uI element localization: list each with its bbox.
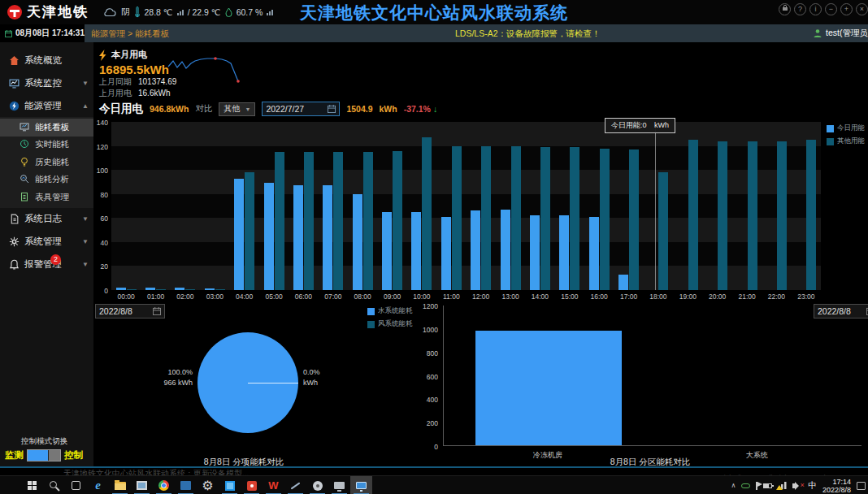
bar-group-14:00[interactable] — [525, 122, 554, 290]
tooltip-text: 今日用能:0 — [611, 121, 647, 129]
tray-expand-icon[interactable]: ∧ — [731, 482, 736, 489]
taskbar-clock[interactable]: 17:14 2022/8/8 — [822, 478, 851, 494]
photos-glyph — [225, 481, 235, 491]
volume-muted-icon[interactable] — [792, 483, 796, 488]
bar-其他用能 — [393, 151, 402, 291]
start-button-icon[interactable] — [21, 476, 43, 494]
bar-group-13:00[interactable] — [496, 122, 525, 290]
bar-group-03:00[interactable] — [200, 122, 229, 290]
bar-group-06:00[interactable] — [289, 122, 318, 290]
sidebar-subitem-实时能耗[interactable]: 实时能耗 — [0, 136, 93, 154]
device-alert[interactable]: LDS/LS-A2：设备故障报警，请检查！ — [455, 24, 601, 42]
bar-group-08:00[interactable] — [348, 122, 377, 290]
battery-icon[interactable] — [763, 483, 772, 488]
zone-date-input[interactable]: 2022/8/8 — [814, 304, 868, 318]
bar-group-09:00[interactable] — [377, 122, 406, 290]
draw-app-icon[interactable] — [284, 476, 306, 494]
bar-group-18:00[interactable] — [644, 122, 673, 290]
chrome-browser-icon[interactable] — [153, 476, 175, 494]
settings-app-icon[interactable]: ⚙ — [197, 476, 219, 494]
task-view-button-icon[interactable] — [65, 476, 87, 494]
photos-app-icon[interactable] — [219, 476, 241, 494]
bar-group-23:00[interactable] — [792, 122, 821, 290]
help-icon[interactable]: ? — [794, 3, 806, 15]
compare-select[interactable]: 其他 ▼ — [219, 102, 255, 116]
info-icon[interactable]: i — [809, 3, 822, 15]
bar-group-07:00[interactable] — [319, 122, 348, 290]
compare-usage-value: 1504.9 — [346, 104, 372, 114]
sidebar-subitem-label: 能耗看板 — [35, 122, 69, 133]
blue-app-icon[interactable] — [175, 476, 197, 494]
breadcrumb[interactable]: 能源管理 > 能耗看板 — [91, 24, 169, 42]
x-tick-label: 14:00 — [525, 292, 554, 301]
x-tick-label: 13:00 — [496, 292, 525, 301]
bar-group-00:00[interactable] — [111, 122, 141, 290]
sidebar-item-系统概览[interactable]: 系统概览 — [0, 49, 93, 72]
bar-group-12:00[interactable] — [467, 122, 496, 290]
sidebar-subitem-能耗看板[interactable]: 能耗看板 — [0, 119, 93, 136]
bar-其他用能 — [777, 141, 787, 290]
disc-app-icon[interactable] — [306, 476, 328, 494]
sidebar-subitem-历史能耗[interactable]: 历史能耗 — [0, 154, 93, 171]
bar-今日用能 — [293, 185, 303, 290]
pc-app-icon[interactable] — [328, 476, 350, 494]
subheader-bar: 08月08日 17:14:31 能源管理 > 能耗看板 LDS/LS-A2：设备… — [0, 24, 868, 42]
bar-group-16:00[interactable] — [584, 122, 614, 290]
clock-time: 17:14 — [822, 478, 851, 486]
bar-group-15:00[interactable] — [555, 122, 584, 290]
bar-group-05:00[interactable] — [259, 122, 289, 290]
close-icon[interactable]: × — [856, 3, 868, 15]
zone-chart-plot[interactable] — [443, 306, 861, 446]
legend-item-今日用能[interactable]: 今日用能 — [827, 124, 865, 133]
compare-date-input[interactable]: 2022/7/27 — [262, 102, 340, 116]
scada-monitor-app-icon[interactable] — [350, 476, 372, 494]
sidebar-item-能源管理[interactable]: 能源管理▲ — [0, 94, 93, 117]
ie-browser-icon[interactable]: e — [87, 476, 109, 494]
file-explorer-icon[interactable] — [109, 476, 131, 494]
bar-group-20:00[interactable] — [703, 122, 732, 290]
bar-group-02:00[interactable] — [171, 122, 200, 290]
image-viewer-app-icon[interactable] — [131, 476, 153, 494]
monitor-icon — [8, 78, 20, 89]
legend-item-风系统能耗[interactable]: 风系统能耗 — [367, 319, 413, 329]
bar-group-22:00[interactable] — [762, 122, 791, 290]
network-warning-icon[interactable] — [778, 482, 787, 489]
compare-label: 对比 — [195, 103, 212, 115]
sidebar-item-报警管理[interactable]: 报警管理2▼ — [0, 254, 93, 276]
item-energy-pie[interactable] — [197, 332, 298, 433]
bar-group-01:00[interactable] — [141, 122, 170, 290]
bar-group-04:00[interactable] — [230, 122, 259, 290]
pie-legend: 水系统能耗风系统能耗 — [367, 306, 413, 329]
sidebar-subitem-能耗分析[interactable]: 能耗分析 — [0, 171, 93, 189]
red-app-icon[interactable] — [241, 476, 263, 494]
bar-group-17:00[interactable] — [614, 122, 643, 290]
legend-item-水系统能耗[interactable]: 水系统能耗 — [367, 306, 413, 316]
user-box[interactable]: test(管理员 — [813, 24, 868, 42]
flag-tray-icon[interactable] — [756, 482, 757, 490]
mode-toggle[interactable] — [27, 449, 61, 462]
bar-group-19:00[interactable] — [673, 122, 702, 290]
lock-icon[interactable] — [779, 3, 791, 15]
sidebar-item-系统日志[interactable]: 系统日志▼ — [0, 208, 93, 231]
sidebar-subitem-表具管理[interactable]: 表具管理 — [0, 188, 93, 206]
link-tray-icon[interactable] — [741, 483, 750, 488]
energy-icon — [8, 101, 20, 111]
sidebar-item-系统监控[interactable]: 系统监控▼ — [0, 72, 93, 94]
crosshair-line — [655, 122, 656, 290]
bar-其他用能 — [127, 289, 137, 290]
search-button-icon[interactable] — [43, 476, 65, 494]
monthly-trend-sparkline — [165, 54, 246, 88]
ime-indicator[interactable]: 中 — [808, 480, 817, 492]
maximize-icon[interactable]: + — [840, 3, 853, 15]
wps-app-icon[interactable]: W — [263, 476, 284, 494]
notification-center-icon[interactable] — [857, 482, 866, 490]
bar-group-11:00[interactable] — [436, 122, 466, 290]
bar-group-21:00[interactable] — [732, 122, 762, 290]
pie-date-input[interactable]: 2022/8/8 — [95, 304, 165, 318]
today-chart-plot[interactable]: 今日用能:0 kWh — [111, 122, 821, 290]
bar-group-10:00[interactable] — [407, 122, 436, 290]
minimize-icon[interactable]: − — [825, 3, 837, 15]
zone-y-tick-label: 1200 — [423, 302, 438, 310]
sidebar-item-系统管理[interactable]: 系统管理▼ — [0, 231, 93, 254]
legend-item-其他用能[interactable]: 其他用能 — [827, 136, 865, 146]
